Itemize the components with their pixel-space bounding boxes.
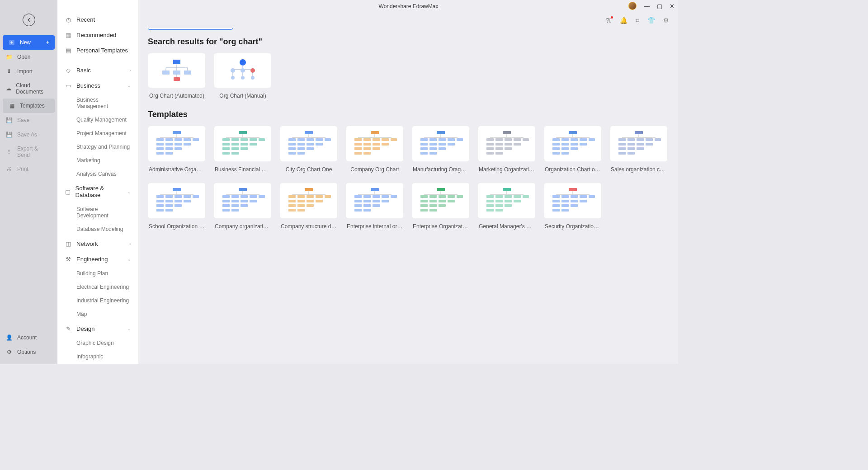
svg-rect-88: [354, 147, 362, 150]
search-box[interactable]: [148, 28, 233, 30]
svg-rect-69: [307, 143, 314, 146]
cat-sub-project-management[interactable]: Project Management: [57, 127, 138, 140]
svg-rect-217: [373, 195, 380, 198]
search-results-row: Org Chart (Automated): [148, 53, 669, 101]
cat-label: Network: [76, 240, 98, 247]
nav-new[interactable]: New +: [3, 35, 55, 50]
help-icon[interactable]: ?⃝: [606, 17, 612, 24]
svg-rect-199: [297, 195, 305, 198]
cat-sub-electrical-eng[interactable]: Electrical Engineering: [57, 280, 138, 294]
maximize-button[interactable]: ▢: [657, 3, 662, 9]
cat-sub-quality-management[interactable]: Quality Management: [57, 113, 138, 127]
cat-sub-analysis-canvas[interactable]: Analysis Canvas: [57, 167, 138, 181]
svg-point-24: [251, 76, 255, 80]
nav-label: Options: [17, 349, 36, 355]
cat-basic[interactable]: ◇Basic›: [57, 62, 138, 78]
cat-engineering[interactable]: ⚒Engineering⌄: [57, 251, 138, 267]
template-card[interactable]: City Org Chart One: [280, 126, 338, 174]
template-card[interactable]: Company organization chart: [214, 183, 272, 231]
svg-rect-98: [439, 138, 446, 141]
svg-rect-67: [288, 143, 296, 146]
result-thumb: [148, 53, 206, 88]
template-label: Sales organization chart: [610, 164, 668, 174]
result-card-manual[interactable]: Org Chart (Manual): [214, 53, 272, 101]
svg-rect-208: [297, 204, 305, 207]
svg-rect-124: [505, 147, 512, 150]
cat-sub-business-management[interactable]: Business Management: [57, 93, 138, 113]
template-card[interactable]: Administrative Organizatio...: [148, 126, 206, 174]
template-card[interactable]: Organization Chart of Sale...: [544, 126, 602, 174]
template-card[interactable]: Company Org Chart: [346, 126, 404, 174]
svg-rect-153: [627, 143, 635, 146]
back-button[interactable]: [23, 14, 35, 26]
template-label: Organization Chart of Sale...: [544, 164, 602, 174]
template-card[interactable]: Business Financial Organiz...: [214, 126, 272, 174]
svg-rect-279: [561, 209, 569, 212]
svg-rect-121: [514, 143, 521, 146]
cat-sub-industrial-eng[interactable]: Industrial Engineering: [57, 294, 138, 307]
cat-recent[interactable]: ◷Recent: [57, 12, 138, 27]
result-card-automated[interactable]: Org Chart (Automated): [148, 53, 206, 101]
cat-sub-database-modeling[interactable]: Database Modeling: [57, 222, 138, 236]
gear-icon: ⚙: [5, 348, 13, 356]
user-avatar[interactable]: [628, 2, 637, 10]
svg-rect-229: [437, 188, 445, 191]
svg-rect-161: [173, 188, 181, 191]
nav-import[interactable]: ⬇ Import: [0, 64, 57, 79]
nav-open[interactable]: 📁 Open: [0, 50, 57, 64]
nav-options[interactable]: ⚙ Options: [0, 345, 57, 359]
svg-rect-183: [241, 195, 248, 198]
cat-personal-templates[interactable]: ▤Personal Templates: [57, 42, 138, 58]
template-thumb: [412, 126, 470, 162]
shirt-icon[interactable]: 👕: [647, 17, 655, 24]
svg-rect-273: [571, 200, 578, 202]
template-card[interactable]: School Organization chart: [148, 183, 206, 231]
template-thumb: [478, 183, 536, 219]
svg-rect-54: [222, 147, 230, 150]
cat-sub-strategy-planning[interactable]: Strategy and Planning: [57, 140, 138, 154]
cat-sub-building-plan[interactable]: Building Plan: [57, 267, 138, 280]
cat-software[interactable]: ▢Software & Database⌄: [57, 181, 138, 202]
import-icon: ⬇: [5, 68, 13, 75]
cat-network[interactable]: ◫Network›: [57, 236, 138, 251]
cat-recommended[interactable]: ▦Recommended: [57, 27, 138, 42]
svg-point-17: [241, 68, 245, 73]
nav-account[interactable]: 👤 Account: [0, 330, 57, 345]
bell-icon[interactable]: 🔔: [620, 17, 627, 24]
template-card[interactable]: General Manager's Office ...: [478, 183, 536, 231]
template-card[interactable]: Security Organization Chart: [544, 183, 602, 231]
close-button[interactable]: ✕: [670, 3, 675, 9]
svg-rect-105: [420, 147, 428, 150]
cat-business[interactable]: ▭Business⌄: [57, 78, 138, 93]
svg-rect-109: [429, 152, 437, 155]
template-card[interactable]: Sales organization chart: [610, 126, 668, 174]
nav-cloud-documents[interactable]: ☁ Cloud Documents: [0, 79, 57, 99]
svg-rect-209: [307, 204, 314, 207]
cat-sub-software-dev[interactable]: Software Development: [57, 202, 138, 222]
cat-sub-map[interactable]: Map: [57, 307, 138, 321]
chevron-right-icon: ›: [129, 241, 131, 246]
svg-rect-252: [514, 195, 521, 198]
settings-icon[interactable]: ⚙: [663, 17, 669, 24]
nav-templates[interactable]: ▦ Templates: [3, 99, 55, 113]
template-label: Administrative Organizatio...: [148, 164, 206, 174]
template-card[interactable]: Company structure diagram: [280, 183, 338, 231]
template-card[interactable]: Manufacturing Oraganizati...: [412, 126, 470, 174]
svg-rect-123: [495, 147, 503, 150]
svg-rect-86: [373, 143, 380, 146]
template-card[interactable]: Marketing Organization C...: [478, 126, 536, 174]
apps-icon[interactable]: ⌗: [636, 17, 639, 24]
cat-sub-graphic-design[interactable]: Graphic Design: [57, 336, 138, 350]
cat-sub-infographic[interactable]: Infographic: [57, 350, 138, 363]
chevron-down-icon: ⌄: [127, 256, 131, 262]
svg-rect-274: [580, 200, 587, 202]
svg-rect-37: [156, 147, 164, 150]
template-card[interactable]: Enterprise internal organiz...: [346, 183, 404, 231]
template-card[interactable]: Enterprise Organization Ch...: [412, 183, 470, 231]
svg-rect-181: [222, 195, 230, 198]
cat-design[interactable]: ✎Design⌄: [57, 321, 138, 336]
minimize-button[interactable]: —: [644, 3, 650, 9]
svg-rect-269: [580, 195, 587, 198]
svg-rect-57: [222, 152, 230, 155]
cat-sub-marketing[interactable]: Marketing: [57, 154, 138, 167]
